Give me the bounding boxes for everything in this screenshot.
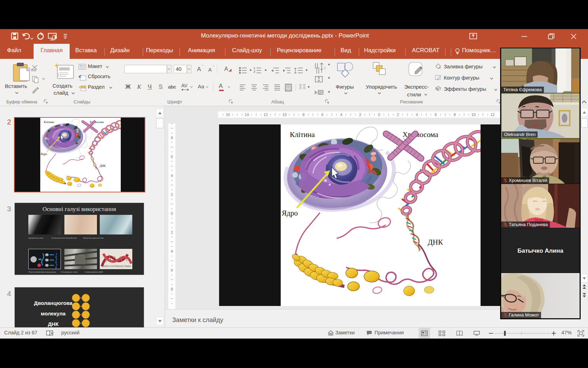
- svg-text:16: 16: [226, 113, 230, 117]
- svg-text:12: 12: [490, 113, 495, 117]
- svg-text:GATCCGTAGGCTAAC: GATCCGTAGGCTAAC: [103, 265, 131, 268]
- svg-text:0: 0: [378, 113, 380, 117]
- svg-text:4: 4: [416, 113, 418, 117]
- svg-text:6: 6: [321, 113, 323, 117]
- svg-text:8: 8: [171, 136, 173, 140]
- svg-text:8: 8: [302, 113, 304, 117]
- svg-text:2: 2: [359, 113, 361, 117]
- svg-text:8: 8: [171, 287, 173, 291]
- svg-text:6: 6: [171, 155, 173, 159]
- svg-text:Ядро: Ядро: [282, 209, 298, 217]
- svg-text:4: 4: [171, 173, 173, 178]
- svg-text:Клітина: Клітина: [290, 130, 315, 139]
- svg-text:6: 6: [435, 113, 437, 117]
- svg-text:0: 0: [171, 211, 173, 216]
- svg-text:10: 10: [471, 113, 476, 117]
- svg-text:4: 4: [171, 249, 173, 253]
- svg-text:ДНК: ДНК: [428, 238, 443, 246]
- svg-text:10: 10: [282, 113, 287, 117]
- svg-text:6: 6: [171, 268, 173, 272]
- svg-text:2: 2: [397, 113, 399, 117]
- svg-text:2: 2: [171, 192, 173, 197]
- svg-text:12: 12: [264, 113, 268, 117]
- svg-text:14: 14: [245, 113, 249, 117]
- svg-text:2: 2: [171, 230, 173, 234]
- svg-text:8: 8: [454, 113, 456, 117]
- svg-text:4: 4: [340, 113, 342, 117]
